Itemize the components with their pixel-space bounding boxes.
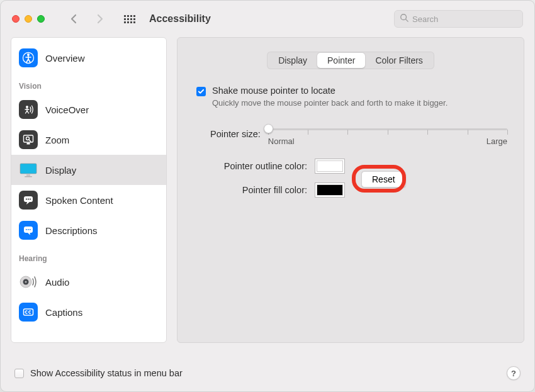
zoom-window-button[interactable] xyxy=(37,15,45,23)
sidebar-item-label: Captions xyxy=(45,307,82,318)
display-icon xyxy=(19,160,38,179)
footer: Show Accessibility status in menu bar ? xyxy=(1,355,534,391)
fill-color-well[interactable] xyxy=(315,182,345,198)
sidebar-item-label: VoiceOver xyxy=(45,104,89,115)
outline-color-row: Pointer outline color: xyxy=(194,159,507,174)
pointer-size-min: Normal xyxy=(268,137,295,146)
captions-icon xyxy=(19,303,38,322)
sidebar: Overview Vision VoiceOver Zoom Displa xyxy=(11,37,167,343)
status-menu-checkbox[interactable] xyxy=(14,369,24,378)
sidebar-item-captions[interactable]: Captions xyxy=(11,297,166,327)
svg-point-12 xyxy=(28,198,29,199)
svg-point-20 xyxy=(25,281,27,283)
tab-display[interactable]: Display xyxy=(268,53,317,68)
back-button[interactable] xyxy=(65,9,84,28)
svg-rect-9 xyxy=(25,176,32,177)
reset-button[interactable]: Reset xyxy=(361,171,406,188)
sidebar-item-label: Display xyxy=(45,165,76,176)
slider-knob[interactable] xyxy=(264,124,273,133)
forward-button[interactable] xyxy=(90,9,109,28)
svg-rect-4 xyxy=(24,135,33,142)
spoken-content-icon xyxy=(19,191,38,210)
tab-color-filters[interactable]: Color Filters xyxy=(365,53,432,68)
shake-pointer-checkbox[interactable] xyxy=(196,87,206,96)
search-input[interactable] xyxy=(412,14,517,24)
svg-rect-7 xyxy=(20,164,37,174)
window-title: Accessibility xyxy=(149,13,211,25)
voiceover-icon xyxy=(19,100,38,119)
tab-pointer[interactable]: Pointer xyxy=(317,53,365,68)
overview-icon xyxy=(19,48,38,67)
svg-rect-15 xyxy=(26,229,27,230)
sidebar-item-label: Descriptions xyxy=(45,225,98,236)
svg-rect-8 xyxy=(26,174,30,177)
sidebar-item-audio[interactable]: Audio xyxy=(11,267,166,297)
pointer-size-slider[interactable]: Normal Large xyxy=(268,123,507,146)
svg-point-13 xyxy=(30,198,31,199)
fill-color-label: Pointer fill color: xyxy=(194,185,307,195)
zoom-icon xyxy=(19,130,38,149)
toolbar: Accessibility xyxy=(1,1,534,37)
status-menu-label: Show Accessibility status in menu bar xyxy=(30,368,183,378)
sidebar-item-voiceover[interactable]: VoiceOver xyxy=(11,94,166,125)
shake-pointer-label: Shake mouse pointer to locate xyxy=(212,86,448,96)
sidebar-item-overview[interactable]: Overview xyxy=(11,43,166,73)
sidebar-item-display[interactable]: Display xyxy=(11,155,166,185)
pointer-size-row: Pointer size: Normal xyxy=(210,123,507,146)
pointer-size-max: Large xyxy=(487,137,507,146)
audio-icon xyxy=(19,272,38,291)
sidebar-item-label: Spoken Content xyxy=(45,195,113,206)
show-all-prefs-button[interactable] xyxy=(120,9,139,28)
close-window-button[interactable] xyxy=(12,15,20,23)
sidebar-item-label: Zoom xyxy=(45,135,69,145)
svg-point-11 xyxy=(26,198,27,199)
body: Overview Vision VoiceOver Zoom Displa xyxy=(1,37,534,343)
search-field-wrapper[interactable] xyxy=(394,10,523,28)
sidebar-item-label: Overview xyxy=(45,53,85,64)
sidebar-item-zoom[interactable]: Zoom xyxy=(11,125,166,155)
system-prefs-window: Accessibility Overview Vision V xyxy=(0,0,535,392)
pointer-size-label: Pointer size: xyxy=(210,129,261,139)
content-pane: Display Pointer Color Filters Shake mous… xyxy=(177,37,524,343)
window-controls xyxy=(12,15,45,23)
sidebar-item-label: Audio xyxy=(45,277,69,288)
outline-color-label: Pointer outline color: xyxy=(194,161,307,171)
svg-rect-17 xyxy=(30,229,31,230)
sidebar-section-hearing: Hearing xyxy=(11,245,166,267)
sidebar-item-descriptions[interactable]: Descriptions xyxy=(11,215,166,245)
tab-bar: Display Pointer Color Filters xyxy=(267,52,434,69)
outline-color-well[interactable] xyxy=(315,159,345,174)
sidebar-section-vision: Vision xyxy=(11,73,166,94)
shake-pointer-row: Shake mouse pointer to locate Quickly mo… xyxy=(196,86,507,109)
shake-pointer-description: Quickly move the mouse pointer back and … xyxy=(212,98,448,109)
sidebar-item-spoken-content[interactable]: Spoken Content xyxy=(11,185,166,215)
minimize-window-button[interactable] xyxy=(25,15,32,23)
svg-rect-6 xyxy=(27,143,30,145)
fill-color-row: Pointer fill color: xyxy=(194,182,507,198)
svg-rect-16 xyxy=(28,229,29,230)
search-icon xyxy=(400,13,408,25)
help-button[interactable]: ? xyxy=(507,366,521,380)
descriptions-icon xyxy=(19,221,38,240)
